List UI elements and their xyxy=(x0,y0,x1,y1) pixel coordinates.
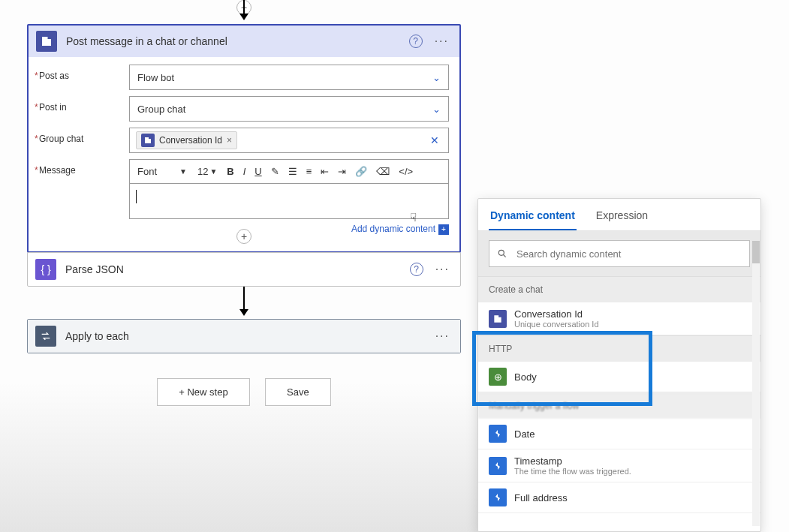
dc-item-label: Conversation Id xyxy=(514,308,599,320)
new-step-button[interactable]: + New step xyxy=(157,378,249,406)
input-group-chat[interactable]: Conversation Id × ✕ xyxy=(129,128,449,153)
highlight-icon[interactable]: ✎ xyxy=(269,164,282,179)
help-icon[interactable]: ? xyxy=(410,263,423,276)
dc-item-label: Full address xyxy=(514,492,568,503)
dc-item-timestamp[interactable]: Timestamp The time the flow was triggere… xyxy=(478,449,760,482)
remove-token-icon[interactable]: × xyxy=(227,135,232,146)
help-icon[interactable]: ? xyxy=(409,35,423,48)
json-icon: { } xyxy=(35,259,56,280)
action-title: Apply to each xyxy=(65,330,432,342)
link-icon[interactable]: 🔗 xyxy=(353,164,369,179)
bold-icon[interactable]: B xyxy=(224,164,236,179)
label-post-as: *Post as xyxy=(39,65,129,81)
code-view-icon[interactable]: </> xyxy=(396,164,415,179)
cursor-icon: ☟ xyxy=(410,211,417,224)
label-group-chat: *Group chat xyxy=(39,128,129,144)
bullet-list-icon[interactable]: ☰ xyxy=(286,164,300,179)
insert-step-button[interactable]: + xyxy=(236,229,251,244)
tab-expression[interactable]: Expression xyxy=(595,205,649,230)
add-dynamic-content-link[interactable]: Add dynamic content+ xyxy=(129,219,449,235)
scrollbar-thumb[interactable] xyxy=(752,241,760,263)
dc-item-conversation-id[interactable]: Conversation Id Unique conversation Id xyxy=(478,302,760,335)
group-header: Create a chat xyxy=(478,276,760,302)
teams-icon xyxy=(141,134,155,147)
chevron-down-icon: ⌄ xyxy=(432,104,441,115)
action-card-parse-json[interactable]: { } Parse JSON ? ··· xyxy=(27,252,461,287)
action-header[interactable]: Post message in a chat or channel ? ··· xyxy=(29,26,459,57)
tab-dynamic-content[interactable]: Dynamic content xyxy=(489,205,577,230)
dc-item-date[interactable]: Date xyxy=(478,419,760,449)
indent-icon[interactable]: ⇥ xyxy=(336,164,348,179)
token-label: Conversation Id xyxy=(159,135,222,146)
select-post-as[interactable]: Flow bot ⌄ xyxy=(129,65,449,90)
token-conversation-id[interactable]: Conversation Id × xyxy=(136,131,237,149)
save-button[interactable]: Save xyxy=(265,378,331,406)
message-editor[interactable] xyxy=(129,183,449,219)
font-size-select[interactable]: 12 ▼ xyxy=(194,166,220,177)
dynamic-content-list[interactable]: Create a chat Conversation Id Unique con… xyxy=(478,276,760,513)
select-post-in-value: Group chat xyxy=(137,104,185,115)
scrollbar[interactable] xyxy=(752,241,760,526)
chevron-down-icon: ⌄ xyxy=(432,72,441,83)
outdent-icon[interactable]: ⇤ xyxy=(318,164,331,179)
dc-item-label: Date xyxy=(514,428,535,440)
trigger-icon xyxy=(489,488,507,506)
label-post-in: *Post in xyxy=(39,96,129,113)
more-icon[interactable]: ··· xyxy=(432,263,453,276)
svg-point-0 xyxy=(498,250,504,255)
action-card-post-message: Post message in a chat or channel ? ··· … xyxy=(27,24,461,253)
underline-icon[interactable]: U xyxy=(252,164,264,179)
trigger-icon xyxy=(489,425,507,443)
group-header: Manually trigger a flow xyxy=(478,392,760,419)
teams-icon xyxy=(489,310,507,328)
plus-icon: + xyxy=(438,224,449,235)
clear-field-icon[interactable]: ✕ xyxy=(430,134,439,146)
search-dynamic-content[interactable] xyxy=(489,240,750,267)
dc-item-desc: Unique conversation Id xyxy=(514,320,599,329)
svg-line-1 xyxy=(504,255,506,257)
trigger-icon xyxy=(489,457,507,475)
select-post-as-value: Flow bot xyxy=(137,72,174,83)
dc-item-desc: The time the flow was triggered. xyxy=(514,467,631,476)
dynamic-content-panel: Dynamic content Expression Create a chat… xyxy=(477,198,761,532)
rte-toolbar: Font ▼ 12 ▼ B I U ✎ ☰ ≡ ⇤ ⇥ 🔗 ⌫ </> xyxy=(129,159,449,183)
clear-format-icon[interactable]: ⌫ xyxy=(374,164,392,179)
action-title: Parse JSON xyxy=(65,263,410,275)
dc-item-body[interactable]: ⊕ Body xyxy=(478,362,760,392)
action-card-apply-to-each[interactable]: Apply to each ··· xyxy=(27,319,461,353)
loop-icon xyxy=(35,326,56,347)
numbered-list-icon[interactable]: ≡ xyxy=(304,164,315,179)
italic-icon[interactable]: I xyxy=(241,164,248,179)
dc-item-full-address[interactable]: Full address xyxy=(478,482,760,513)
group-header: HTTP xyxy=(478,335,760,362)
font-select[interactable]: Font ▼ xyxy=(134,166,190,177)
dc-item-label: Body xyxy=(514,371,537,383)
label-message: *Message xyxy=(39,159,129,176)
search-input[interactable] xyxy=(515,248,742,260)
http-icon: ⊕ xyxy=(489,368,507,386)
more-icon[interactable]: ··· xyxy=(432,35,452,48)
action-title: Post message in a chat or channel xyxy=(66,35,409,47)
more-icon[interactable]: ··· xyxy=(432,329,453,343)
teams-icon xyxy=(36,31,57,52)
dc-item-label: Timestamp xyxy=(514,455,631,467)
select-post-in[interactable]: Group chat ⌄ xyxy=(129,96,449,122)
search-icon xyxy=(497,248,507,259)
